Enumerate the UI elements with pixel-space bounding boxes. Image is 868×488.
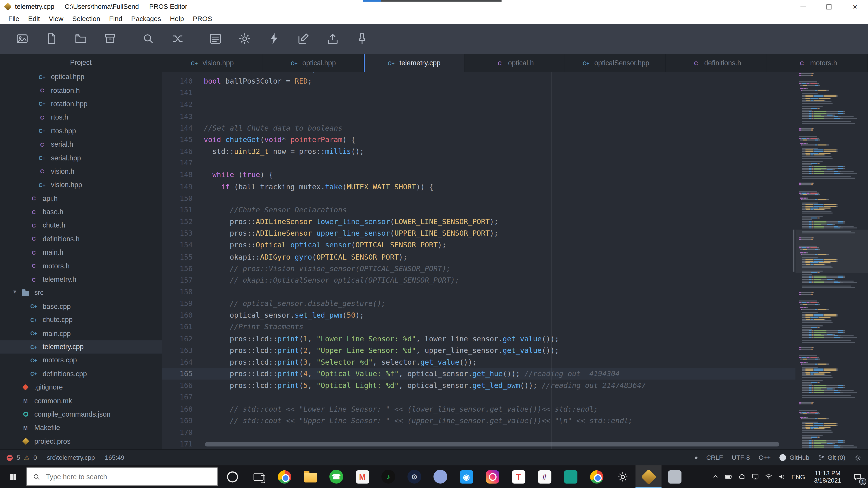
tree-item-telemetry-h[interactable]: Ctelemetry.h [0,273,162,286]
teal-app-icon[interactable] [557,465,583,488]
tab-optical-hpp[interactable]: C+optical.hpp [263,54,364,72]
tree-item-motors-cpp[interactable]: C+motors.cpp [0,354,162,367]
tab-vision-hpp[interactable]: C+vision.hpp [162,54,262,72]
line-ending-indicator[interactable]: CRLF [706,454,723,461]
menu-item-packages[interactable]: Packages [127,15,165,22]
task-view-icon[interactable] [245,465,271,488]
toolbar-checklist-icon[interactable] [209,32,222,45]
tree-item-main-cpp[interactable]: C+main.cpp [0,327,162,340]
menu-item-help[interactable]: Help [165,15,188,22]
pros-icon[interactable] [636,465,661,488]
tab-definitions-h[interactable]: Cdefinitions.h [666,54,767,72]
instagram-icon[interactable] [479,465,505,488]
battery-icon[interactable] [722,465,735,488]
tree-item-project-pros[interactable]: project.pros [0,435,162,448]
tree-item-telemetry-cpp[interactable]: C+telemetry.cpp [0,340,162,354]
search-input[interactable] [45,472,211,481]
tree-item-base-cpp[interactable]: C+base.cpp [0,300,162,313]
file-tree[interactable]: Project C+optical.hppCrotation.hC+rotati… [0,54,162,449]
tab-optical-h[interactable]: Coptical.h [464,54,565,72]
tree-item-src[interactable]: ▾src [0,286,162,300]
chrome-icon[interactable] [271,465,297,488]
tree-item-serial-hpp[interactable]: C+serial.hpp [0,151,162,165]
file-path[interactable]: src\telemetry.cpp [47,454,95,461]
tree-item-rotation-h[interactable]: Crotation.h [0,84,162,97]
menu-item-edit[interactable]: Edit [24,15,44,22]
tree-item--gitignore[interactable]: .gitignore [0,381,162,394]
tree-item-rtos-hpp[interactable]: C+rtos.hpp [0,124,162,138]
keyboard-language[interactable]: ENG [788,473,808,480]
show-desktop-button[interactable] [865,468,868,485]
ethernet-icon[interactable] [748,465,762,488]
onedrive-cloud-icon[interactable] [735,465,748,488]
tree-item-makefile[interactable]: MMakefile [0,421,162,435]
tab-telemetry-cpp[interactable]: C+telemetry.cpp [364,54,464,72]
menu-item-selection[interactable]: Selection [68,15,105,22]
slack-icon[interactable]: # [531,465,557,488]
file-explorer-icon[interactable] [297,465,323,488]
language-indicator[interactable]: C++ [758,454,771,461]
tree-item-compile-commands-json[interactable]: compile_commands.json [0,408,162,421]
status-gear-icon[interactable] [854,454,862,461]
toolbar-new-file-icon[interactable] [45,32,58,45]
gmail-icon[interactable]: M [349,465,375,488]
tree-item-definitions-cpp[interactable]: C+definitions.cpp [0,367,162,381]
tree-item-chute-h[interactable]: Cchute.h [0,219,162,232]
spotify-icon[interactable]: ♪ [375,465,401,488]
tree-item-common-mk[interactable]: Mcommon.mk [0,394,162,408]
discord-icon[interactable] [428,465,454,488]
gray-app-icon[interactable] [662,465,688,488]
tree-item-chute-cpp[interactable]: C+chute.cpp [0,313,162,327]
wifi-icon[interactable] [762,465,775,488]
toolbar-upload-icon[interactable] [326,32,339,45]
diagnostics-indicator[interactable]: 5 ⚠ 0 [6,454,37,461]
steam-icon[interactable]: ⊙ [401,465,428,488]
toolbar-open-folder-icon[interactable] [74,32,88,45]
toolbar-search-icon[interactable] [142,32,155,45]
volume-icon[interactable] [775,465,788,488]
maximize-button[interactable] [816,0,842,13]
toolbar-gear-icon[interactable] [238,32,251,45]
toolbar-lightning-icon[interactable] [268,32,281,45]
whatsapp-icon[interactable]: ☎ [323,465,349,488]
encoding-indicator[interactable]: UTF-8 [732,454,750,461]
minimap[interactable] [796,72,868,449]
menu-item-pros[interactable]: PROS [188,15,217,22]
tree-item-base-h[interactable]: Cbase.h [0,205,162,219]
git-status[interactable]: Git (0) [818,454,845,461]
tree-item-main-h[interactable]: Cmain.h [0,246,162,259]
menu-item-find[interactable]: Find [105,15,127,22]
tree-item-vision-hpp[interactable]: C+vision.hpp [0,178,162,192]
code-editor[interactable]: 139bool ballPos2Color = RED;140bool ball… [162,72,868,449]
tree-item-rtos-h[interactable]: Crtos.h [0,111,162,124]
tree-item-rotation-hpp[interactable]: C+rotation.hpp [0,97,162,111]
vertical-scrollbar[interactable] [793,230,794,271]
tree-item-definitions-h[interactable]: Cdefinitions.h [0,232,162,246]
camera-app-icon[interactable]: ◉ [454,465,479,488]
toolbar-archive-icon[interactable] [103,32,117,45]
cursor-position[interactable]: 165:49 [105,454,124,461]
horizontal-scrollbar[interactable] [205,442,779,447]
cortana-icon[interactable] [219,465,245,488]
github-status[interactable]: GitHub [780,454,809,461]
tree-item-api-h[interactable]: Capi.h [0,192,162,205]
colorful-app-icon[interactable] [583,465,610,488]
taskbar-search[interactable] [27,467,218,486]
red-t-app-icon[interactable]: T [505,465,531,488]
menu-item-file[interactable]: File [4,15,24,22]
tree-item-vision-h[interactable]: Cvision.h [0,165,162,178]
minimize-button[interactable] [790,0,816,13]
tree-item-motors-h[interactable]: Cmotors.h [0,259,162,273]
settings-gear-icon[interactable] [610,465,636,488]
chevron-up-icon[interactable] [709,465,722,488]
tree-item-serial-h[interactable]: Cserial.h [0,138,162,151]
close-button[interactable]: × [842,0,868,13]
clock[interactable]: 11:13 PM 3/18/2021 [808,469,847,484]
toolbar-edit-upload-icon[interactable] [297,32,310,45]
toolbar-shuffle-icon[interactable] [171,32,184,45]
tree-item-optical-hpp[interactable]: C+optical.hpp [0,70,162,84]
menu-item-view[interactable]: View [44,15,68,22]
toolbar-pin-icon[interactable] [355,32,369,45]
tab-motors-h[interactable]: Cmotors.h [767,54,868,72]
toolbar-image-icon[interactable] [16,32,29,45]
